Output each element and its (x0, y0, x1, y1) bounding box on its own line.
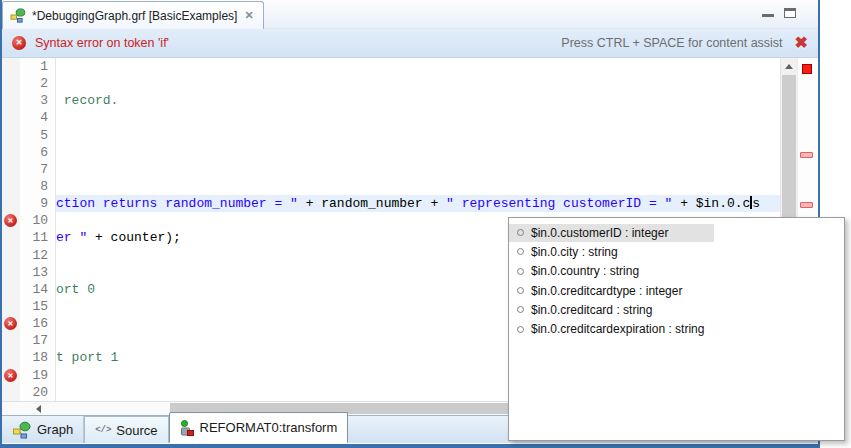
line-number[interactable]: 10 (20, 212, 55, 229)
reformat-tab-label: REFORMAT0:transform (200, 420, 338, 435)
left-arrow-icon (36, 405, 41, 413)
assist-item[interactable]: $in.0.creditcardtype : integer (509, 281, 844, 300)
line-number[interactable]: 9 (20, 195, 55, 212)
assist-item[interactable]: $in.0.customerID : integer (509, 223, 844, 242)
editor-tab-bar: *DebuggingGraph.grf [BasicExamples] ✕ (2, 0, 818, 29)
code-line-2[interactable] (56, 75, 780, 92)
scroll-left-button[interactable] (30, 402, 46, 415)
line-number[interactable]: 17 (20, 332, 55, 349)
tab-reformat-transform[interactable]: REFORMAT0:transform (169, 412, 349, 443)
overview-error-indicator[interactable] (802, 64, 812, 74)
code-line-6[interactable] (56, 144, 780, 161)
tab-graph[interactable]: Graph (2, 416, 84, 443)
code-line-3[interactable]: record. (56, 92, 780, 109)
line-number[interactable]: 1 (20, 58, 55, 75)
assist-item-label: $in.0.city : string (531, 245, 618, 259)
line-number[interactable]: 19 (20, 367, 55, 384)
maximize-icon[interactable] (784, 8, 796, 18)
line-number[interactable]: 4 (20, 109, 55, 126)
line-number[interactable]: 7 (20, 161, 55, 178)
line-number[interactable]: 6 (20, 144, 55, 161)
assist-item[interactable]: $in.0.creditcardexpiration : string (509, 319, 844, 338)
line-number[interactable]: 12 (20, 247, 55, 264)
source-tab-label: Source (116, 423, 157, 438)
overview-error-marker[interactable] (800, 202, 813, 208)
field-icon (517, 306, 524, 313)
assist-item[interactable]: $in.0.country : string (509, 262, 844, 281)
field-icon (517, 287, 524, 294)
banner-close-icon[interactable]: ✖ (795, 35, 808, 51)
line-error-marker[interactable]: ✕ (4, 214, 17, 227)
code-line-4[interactable] (56, 109, 780, 126)
assist-item-label: $in.0.country : string (531, 264, 639, 278)
line-number[interactable]: 20 (20, 384, 55, 401)
error-banner: ✕ Syntax error on token 'if' Press CTRL … (2, 29, 818, 58)
reformat-component-icon (180, 420, 195, 436)
content-assist-popup: $in.0.customerID : integer$in.0.city : s… (508, 217, 845, 441)
minimize-icon[interactable] (762, 14, 774, 17)
line-number[interactable]: 16 (20, 315, 55, 332)
assist-item[interactable]: $in.0.city : string (509, 242, 844, 261)
line-number[interactable]: 13 (20, 264, 55, 281)
overview-error-marker[interactable] (800, 152, 813, 158)
line-error-marker[interactable]: ✕ (4, 369, 17, 382)
graph-tab-icon (12, 421, 32, 439)
code-line-1[interactable] (56, 58, 780, 75)
scroll-up-button[interactable] (781, 58, 797, 74)
line-number-ruler[interactable]: 1234567891011121314151617181920 (20, 58, 56, 401)
assist-item-label: $in.0.customerID : integer (531, 226, 668, 240)
line-number[interactable]: 14 (20, 281, 55, 298)
error-icon: ✕ (12, 36, 26, 50)
line-number[interactable]: 18 (20, 349, 55, 366)
content-assist-hint: Press CTRL + SPACE for content assist (561, 36, 782, 50)
code-line-7[interactable] (56, 161, 780, 178)
line-number[interactable]: 2 (20, 75, 55, 92)
code-line-9[interactable]: ction returns random_number = " + random… (56, 195, 780, 212)
clover-graph-icon (10, 8, 26, 23)
code-line-8[interactable] (56, 178, 780, 195)
field-icon (517, 229, 524, 236)
line-number[interactable]: 15 (20, 298, 55, 315)
source-code-icon: </> (95, 425, 111, 435)
field-icon (517, 268, 524, 275)
code-line-5[interactable] (56, 127, 780, 144)
line-number[interactable]: 8 (20, 178, 55, 195)
assist-item-label: $in.0.creditcardtype : integer (531, 284, 682, 298)
tab-title: *DebuggingGraph.grf [BasicExamples] (32, 9, 237, 23)
tab-close-icon[interactable]: ✕ (243, 9, 254, 22)
field-icon (517, 326, 524, 333)
graph-tab-label: Graph (37, 422, 73, 437)
line-number[interactable]: 11 (20, 229, 55, 246)
assist-item[interactable]: $in.0.creditcard : string (509, 300, 844, 319)
field-icon (517, 248, 524, 255)
error-message: Syntax error on token 'if' (35, 36, 169, 50)
tab-source[interactable]: </> Source (84, 416, 168, 443)
line-number[interactable]: 3 (20, 92, 55, 109)
up-arrow-icon (785, 64, 793, 69)
annotation-ruler[interactable]: ✕✕✕ (2, 58, 20, 401)
assist-item-label: $in.0.creditcard : string (531, 303, 652, 317)
line-error-marker[interactable]: ✕ (4, 317, 17, 330)
tab-debugging-graph[interactable]: *DebuggingGraph.grf [BasicExamples] ✕ (2, 1, 264, 29)
assist-item-label: $in.0.creditcardexpiration : string (531, 322, 704, 336)
line-number[interactable]: 5 (20, 127, 55, 144)
